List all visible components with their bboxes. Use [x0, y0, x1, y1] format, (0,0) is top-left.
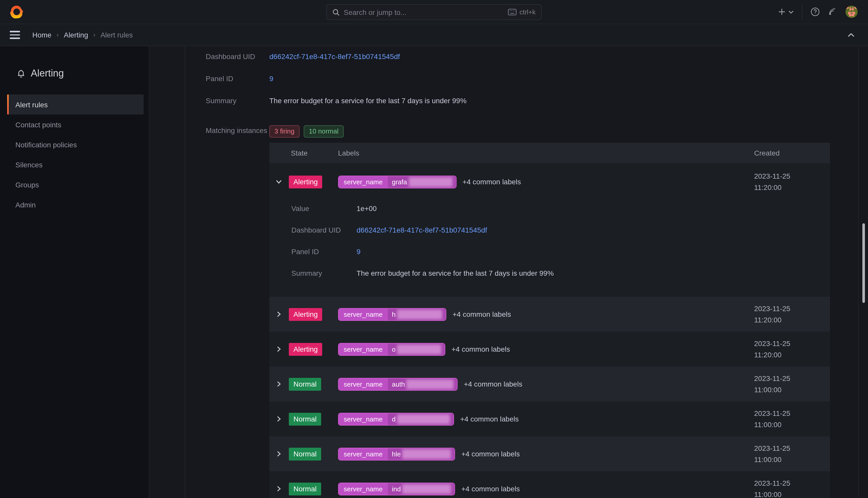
instance-row: Normal server_name d +4 common labels 20… — [269, 402, 830, 436]
instance-count-badges: 3 firing 10 normal — [269, 125, 868, 137]
created-date: 2023-11-25 — [754, 443, 830, 454]
sidebar-item-contact-points[interactable]: Contact points — [7, 115, 144, 134]
state-badge: Alerting — [289, 343, 322, 355]
sidebar-item-groups[interactable]: Groups — [7, 174, 144, 195]
detail-field-label: Value — [291, 203, 356, 213]
expand-row-button[interactable] — [269, 311, 288, 317]
detail-field-label: Dashboard UID — [291, 225, 356, 235]
chevron-right-icon — [276, 346, 281, 352]
grafana-logo-icon[interactable] — [10, 5, 23, 18]
detail-field-value[interactable]: d66242cf-71e8-417c-8ef7-51b0741545df — [356, 225, 487, 235]
scrollbar[interactable] — [862, 223, 865, 303]
state-badge: Alerting — [289, 175, 322, 188]
expand-row-button[interactable] — [269, 486, 288, 492]
instance-row: Alerting server_name grafa +4 common lab… — [269, 163, 830, 297]
label-key: server_name — [339, 308, 388, 320]
common-labels-text: +4 common labels — [461, 450, 520, 458]
expand-row-button[interactable] — [269, 451, 288, 457]
detail-field-label: Dashboard UID — [206, 51, 269, 62]
help-icon[interactable] — [811, 7, 820, 16]
redacted-label-value — [402, 484, 451, 494]
expand-row-button[interactable] — [269, 381, 288, 387]
common-labels-text: +4 common labels — [452, 310, 511, 318]
detail-field-row: Dashboard UID d66242cf-71e8-417c-8ef7-51… — [206, 51, 868, 62]
common-labels-text: +4 common labels — [464, 380, 522, 388]
news-icon[interactable] — [828, 7, 837, 16]
chevron-right-icon — [275, 180, 282, 184]
created-time: 11:00:00 — [754, 419, 830, 430]
rule-fields: Dashboard UID d66242cf-71e8-417c-8ef7-51… — [206, 51, 868, 106]
detail-field-value[interactable]: d66242cf-71e8-417c-8ef7-51b0741545df — [269, 51, 400, 62]
collapse-toolbar-icon[interactable] — [847, 30, 855, 40]
instances-table-header: State Labels Created — [269, 143, 830, 163]
label-pill: server_name hle — [338, 447, 455, 460]
instances-table-body: Alerting server_name grafa +4 common lab… — [269, 163, 830, 498]
menu-toggle-icon[interactable] — [10, 31, 20, 39]
detail-field-row: Panel ID 9 — [206, 74, 868, 84]
sidebar-item-label: Admin — [15, 200, 36, 209]
chevron-right-icon: › — [57, 31, 59, 39]
state-badge: Normal — [289, 378, 321, 391]
chevron-right-icon: › — [93, 31, 95, 39]
label-pill: server_name h — [338, 308, 446, 320]
header-created: Created — [753, 149, 830, 157]
chevron-right-icon — [276, 381, 281, 387]
search-input[interactable]: Search or jump to... ctrl+k — [326, 4, 542, 20]
avatar[interactable] — [845, 6, 858, 18]
common-labels-text: +4 common labels — [451, 345, 510, 353]
breadcrumb-current: Alert rules — [100, 31, 133, 39]
created-time: 11:20:00 — [754, 314, 830, 326]
expand-row-button[interactable] — [269, 416, 288, 422]
created-date: 2023-11-25 — [754, 373, 830, 384]
label-pill: server_name grafa — [338, 175, 456, 188]
sidebar-item-notification-policies[interactable]: Notification policies — [7, 134, 144, 155]
label-pill: server_name d — [338, 412, 454, 425]
search-icon — [333, 9, 340, 16]
detail-field-value[interactable]: 9 — [269, 74, 273, 84]
redacted-label-value — [397, 414, 450, 424]
new-menu-button[interactable] — [778, 8, 794, 16]
detail-field-value[interactable]: 9 — [356, 246, 361, 257]
label-pill: server_name auth — [338, 378, 458, 391]
created-date: 2023-11-25 — [754, 408, 830, 419]
header-state: State — [288, 149, 337, 157]
detail-field-row: Panel ID 9 — [291, 246, 830, 257]
expand-row-button[interactable] — [269, 346, 288, 352]
state-badge: Normal — [289, 447, 321, 460]
common-labels-text: +4 common labels — [460, 415, 519, 423]
expand-row-button[interactable] — [269, 179, 288, 185]
state-badge: Alerting — [289, 308, 322, 320]
detail-field-row: Summary The error budget for a service f… — [206, 95, 868, 106]
label-key: server_name — [339, 448, 388, 460]
detail-field-label: Summary — [206, 95, 269, 106]
created-cell: 2023-11-25 11:20:00 — [753, 303, 830, 326]
sidebar-item-admin[interactable]: Admin — [7, 195, 144, 214]
detail-field-row: Summary The error budget for a service f… — [291, 268, 830, 278]
top-nav: Search or jump to... ctrl+k — [0, 0, 868, 24]
instance-row: Normal server_name auth +4 common labels… — [269, 367, 830, 402]
sidebar-item-alert-rules[interactable]: Alert rules — [7, 94, 144, 115]
created-time: 11:20:00 — [754, 349, 830, 361]
matching-instances-label: Matching instances — [206, 125, 269, 498]
label-value: h — [392, 310, 395, 318]
sidebar-item-label: Contact points — [15, 120, 61, 129]
breadcrumb: Home › Alerting › Alert rules — [32, 31, 133, 39]
label-pill: server_name o — [338, 343, 445, 355]
created-time: 11:00:00 — [754, 489, 830, 498]
search-shortcut: ctrl+k — [507, 8, 535, 16]
detail-field-label: Panel ID — [206, 74, 269, 84]
breadcrumb-bar: Home › Alerting › Alert rules — [0, 24, 868, 46]
state-badge: Normal — [289, 412, 321, 425]
label-value: d — [392, 415, 395, 423]
sidebar-item-silences[interactable]: Silences — [7, 155, 144, 174]
main-area: Alerting Alert rules Contact points Noti… — [0, 46, 868, 498]
detail-field-value: The error budget for a service for the l… — [356, 268, 554, 278]
sidebar-title: Alerting — [17, 67, 149, 80]
breadcrumb-home[interactable]: Home — [32, 31, 52, 39]
label-key: server_name — [339, 176, 388, 188]
breadcrumb-alerting[interactable]: Alerting — [64, 31, 88, 39]
instance-row: Normal server_name ind +4 common labels … — [269, 471, 830, 498]
created-cell: 2023-11-25 11:00:00 — [753, 408, 830, 430]
detail-field-row: Value 1e+00 — [291, 203, 830, 213]
detail-field-value: The error budget for a service for the l… — [269, 95, 466, 106]
